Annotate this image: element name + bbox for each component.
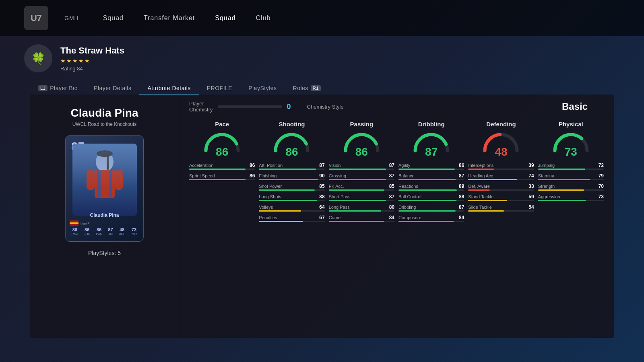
stat-name: Long Shots (259, 194, 312, 199)
stat-bar-fill (189, 169, 246, 170)
stat-value: 67 (315, 215, 325, 220)
tab-attribute-details-label: Attribute Details (147, 85, 190, 91)
stat-value: 90 (315, 173, 325, 179)
tab-roles[interactable]: Roles R1 (285, 82, 329, 95)
card-stat-phy: 73 PHY (131, 227, 137, 236)
stat-row: Long Shots 88 (259, 194, 324, 200)
stat-item: Balance 87 (398, 173, 464, 180)
stat-bar-wrap (259, 189, 324, 191)
stat-bar-wrap (538, 189, 604, 191)
stat-bar-wrap (259, 179, 324, 180)
stat-bar-wrap (468, 189, 534, 191)
nav-transfer-market[interactable]: Transfer Market (144, 14, 195, 22)
tab-roles-label: Roles (293, 85, 308, 91)
stat-name: Aggression (538, 194, 592, 199)
chemistry-style-label: Chemistry Style (307, 104, 344, 110)
svg-rect-2 (95, 170, 115, 184)
category-dribbling: Dribbling 87 Agility 86 Balance 87 Rea (398, 121, 464, 332)
tab-r1-badge: R1 (311, 85, 321, 91)
svg-rect-3 (97, 170, 101, 198)
stat-row: Stand Tackle 59 (468, 194, 534, 200)
stat-bar-wrap (259, 210, 324, 212)
tab-player-bio[interactable]: L1 Player Bio (30, 82, 86, 95)
stat-row: Strength 70 (538, 183, 604, 189)
stat-name: Penalties (259, 215, 312, 220)
svg-rect-5 (87, 170, 95, 190)
stat-bar-fill (398, 210, 456, 212)
stat-value: 89 (454, 183, 464, 189)
stat-name: Strength (538, 184, 592, 189)
stat-name: Heading Acc. (468, 173, 522, 178)
club-rating: Rating 84 (60, 66, 124, 72)
stat-row: Balance 87 (398, 173, 464, 179)
stat-item: Crossing 87 (329, 173, 394, 180)
tab-player-details[interactable]: Player Details (86, 82, 139, 95)
tab-profile-label: PROFILE (207, 85, 232, 91)
stat-item: Dribbling 87 (398, 204, 464, 212)
category-pace: Pace 86 Acceleration 86 Sprint Speed 86 (189, 121, 255, 332)
stat-bar-fill (468, 200, 507, 201)
stat-item: Stand Tackle 59 (468, 194, 534, 201)
rating-value: 84 (77, 66, 83, 72)
tab-attribute-details[interactable]: Attribute Details (139, 82, 198, 95)
tab-player-details-label: Player Details (94, 85, 131, 91)
stat-value: 59 (524, 194, 534, 200)
rating-label: Rating (60, 66, 76, 72)
stat-name: Finishing (259, 173, 312, 178)
stat-name: Stamina (538, 173, 592, 178)
stat-item: Penalties 67 (259, 215, 324, 222)
stat-bar-fill (329, 221, 384, 222)
stat-item: Stamina 79 (538, 173, 604, 180)
stat-name: FK Acc. (329, 184, 382, 189)
stat-bar-wrap (329, 221, 394, 222)
nav-squad2[interactable]: Squad (215, 14, 235, 22)
stat-row: Composure 84 (398, 215, 464, 220)
stat-item: Long Pass 80 (329, 204, 394, 212)
stat-bar-wrap (189, 179, 255, 180)
stat-name: Volleys (259, 205, 312, 210)
nav-squad1[interactable]: Squad (103, 14, 124, 22)
stat-row: Aggression 73 (538, 194, 604, 200)
stat-bar-fill (538, 200, 586, 201)
stat-item: Sprint Speed 86 (189, 173, 255, 180)
stat-bar-wrap (468, 200, 534, 201)
stat-name: Crossing (329, 173, 382, 178)
stat-bar-fill (468, 210, 504, 212)
gauge-defending: 48 (482, 132, 520, 158)
stat-bar-fill (468, 179, 517, 180)
category-shooting: Shooting 86 Att. Position 87 Finishing 9… (259, 121, 324, 332)
stat-bar-wrap (538, 169, 604, 170)
stat-value: 80 (385, 204, 394, 210)
stat-row: Long Pass 80 (329, 204, 394, 210)
tab-playstyles[interactable]: PlayStyles (240, 82, 285, 95)
stat-bar-wrap (329, 210, 394, 212)
stat-row: Slide Tackle 54 (468, 204, 534, 210)
gauge-passing: 86 (343, 132, 381, 158)
card-stat-dri: 87 DRI (108, 227, 114, 236)
chemistry-label: PlayerChemistry (189, 101, 213, 113)
stat-bar-fill (259, 210, 301, 212)
gauge-value-shooting: 86 (285, 146, 298, 158)
svg-point-0 (96, 152, 114, 172)
nav-logo: U7 (24, 6, 48, 30)
card-stat-def: 48 DEF (119, 227, 125, 236)
stat-bar-wrap (398, 179, 464, 180)
stat-item: Aggression 73 (538, 194, 604, 201)
chemistry-style-group: Chemistry Style (307, 103, 344, 110)
stat-row: Shot Power 85 (259, 183, 324, 189)
stat-item: FK Acc. 85 (329, 183, 394, 191)
stat-item: Ball Control 88 (398, 194, 464, 201)
stat-item: Short Pass 87 (329, 194, 394, 201)
stat-value: 87 (454, 204, 464, 210)
stat-bar-wrap (398, 221, 464, 222)
nav-club[interactable]: Club (256, 14, 271, 22)
stat-row: Heading Acc. 74 (468, 173, 534, 179)
card-flags: Liga F (70, 220, 89, 226)
stat-bar-fill (398, 221, 454, 222)
league-badge: Liga F (80, 222, 89, 225)
card-stat-sho: 86 SHO (83, 227, 90, 236)
category-physical: Physical 73 Jumping 72 Stamina 79 Stre (538, 121, 604, 332)
stat-bar-fill (468, 189, 490, 191)
player-silhouette (72, 144, 137, 216)
tab-profile[interactable]: PROFILE (199, 82, 240, 95)
